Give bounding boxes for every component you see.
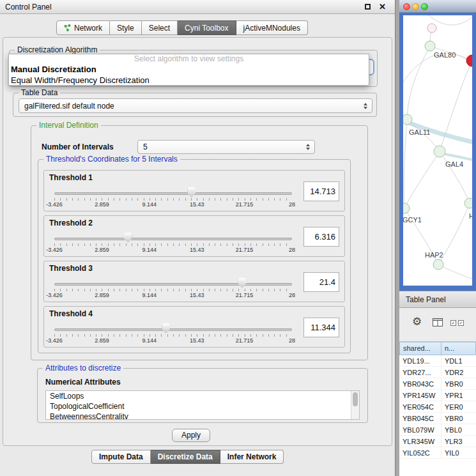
tab-style[interactable]: Style — [110, 20, 142, 35]
table-cell: YER0 — [441, 401, 476, 412]
window-close-button[interactable] — [403, 3, 410, 10]
slider-scale: -3.4262.8599.14415.4321.71528 — [54, 337, 292, 345]
table-row[interactable]: YBR045CYBR0 — [399, 413, 476, 424]
tab-label: Discretize Data — [158, 452, 213, 461]
table-data-group: Table Data galFiltered.sif default node — [13, 93, 377, 117]
threshold-3-panel: Threshold 3 -3.4262.8599.14415.4321.7152… — [43, 261, 345, 302]
restore-icon[interactable] — [365, 4, 371, 10]
group-title: Threshold's Coordinates for 5 Intervals — [43, 155, 180, 164]
screen: Control Panel ✕ Network Style Select Cyn… — [0, 0, 476, 476]
attribute-list-item[interactable]: SelfLoops — [46, 391, 359, 401]
threshold-3-slider[interactable]: -3.4262.8599.14415.4321.71528 — [54, 278, 292, 301]
window-minimize-button[interactable] — [412, 3, 419, 10]
table-cell: YER054C — [399, 401, 441, 412]
tab-jactivemnodules[interactable]: jActiveMNodules — [236, 20, 308, 35]
node-label: HAP2 — [425, 251, 443, 259]
table-row[interactable]: YBL079WYBL0 — [399, 424, 476, 436]
bottom-tab-bar: Impute Data Discretize Data Infer Networ… — [91, 450, 284, 464]
threshold-2-panel: Threshold 2 -3.4262.8599.14415.4321.7152… — [43, 215, 345, 257]
close-icon[interactable]: ✕ — [379, 2, 386, 12]
slider-ticks — [54, 334, 292, 337]
network-node[interactable] — [427, 24, 436, 33]
table-panel-title: Table Panel — [399, 291, 476, 308]
group-title: Interval Definition — [36, 121, 101, 130]
table-cell: YDR27... — [399, 367, 441, 378]
slider-thumb[interactable] — [124, 233, 132, 243]
tab-select[interactable]: Select — [142, 20, 178, 35]
select-columns-icon[interactable]: ✓ ✓ — [450, 320, 464, 326]
table-cell: YPR145W — [399, 390, 441, 401]
table-cell: YBR0 — [441, 378, 476, 389]
network-node-selected[interactable] — [466, 55, 472, 66]
table-row[interactable]: YIL052CYIL0 — [399, 447, 476, 459]
slider-thumb[interactable] — [162, 323, 170, 334]
group-title: Attributes to discretize — [43, 364, 123, 372]
slider-scale: -3.4262.8599.14415.4321.71528 — [54, 201, 292, 209]
list-scrollbar[interactable] — [351, 391, 359, 419]
threshold-4-value-field[interactable]: 11.344 — [303, 318, 339, 337]
group-title: Discretization Algorithm — [15, 45, 100, 54]
threshold-4-slider[interactable]: -3.4262.8599.14415.4321.71528 — [54, 323, 292, 346]
dropdown-option-equal-width[interactable]: Equal Width/Frequency Discretization — [9, 75, 369, 86]
table-row[interactable]: YER054CYER0 — [399, 401, 476, 413]
table-toolbar: ⚙ ✓ ✓ — [399, 308, 476, 342]
table-row[interactable]: YPR145WYPR1 — [399, 390, 476, 401]
column-header-shared[interactable]: shared... — [399, 342, 441, 355]
tab-network[interactable]: Network — [56, 20, 110, 35]
tab-discretize-data[interactable]: Discretize Data — [151, 450, 220, 464]
slider-scale: -3.4262.8599.14415.4321.71528 — [54, 292, 292, 300]
network-view-titlebar — [399, 0, 476, 13]
threshold-2-value-field[interactable]: 6.316 — [303, 227, 339, 247]
table-row[interactable]: YDL19...YDL1 — [399, 355, 476, 367]
table-cell: YPR1 — [441, 390, 476, 401]
slider-thumb[interactable] — [238, 278, 246, 288]
network-node-gal4[interactable] — [434, 146, 445, 157]
dropdown-option-manual-discretization[interactable]: Manual Discretization — [9, 64, 369, 75]
table-row[interactable]: YBR043CYBR0 — [399, 378, 476, 390]
node-label: GAL80 — [434, 51, 456, 59]
network-node[interactable] — [464, 198, 472, 208]
scrollbar-thumb[interactable] — [353, 392, 358, 406]
combo-arrows-icon — [305, 144, 311, 150]
network-canvas[interactable]: GAL80 GAL11 GAL4 GCY1 HAP2 H — [403, 15, 472, 286]
tab-label: Cyni Toolbox — [185, 24, 228, 33]
tab-label: Style — [117, 24, 134, 33]
network-node-gal11[interactable] — [403, 114, 412, 125]
table-cell: YBR0 — [441, 413, 476, 424]
numerical-attributes-label: Numerical Attributes — [45, 378, 121, 387]
threshold-label: Threshold 2 — [49, 219, 93, 227]
network-node-gcy1[interactable] — [403, 203, 410, 213]
attribute-list-item[interactable]: BetweennessCentrality — [46, 411, 359, 420]
tab-label: Select — [149, 24, 170, 33]
window-zoom-button[interactable] — [421, 3, 428, 10]
tab-label: jActiveMNodules — [243, 24, 300, 33]
table-data-combobox[interactable]: galFiltered.sif default node — [19, 98, 372, 113]
threshold-2-slider[interactable]: -3.4262.8599.14415.4321.71528 — [54, 233, 292, 256]
number-of-intervals-label: Number of Intervals — [42, 142, 114, 151]
tab-cyni-toolbox[interactable]: Cyni Toolbox — [178, 20, 236, 35]
table-cell: YBL0 — [441, 424, 476, 435]
columns-icon[interactable] — [433, 318, 443, 326]
threshold-3-value-field[interactable]: 21.4 — [303, 272, 339, 292]
numerical-attributes-list[interactable]: SelfLoopsTopologicalCoefficientBetweenne… — [45, 390, 360, 420]
threshold-1-value-field[interactable]: 14.713 — [303, 181, 339, 201]
threshold-label: Threshold 1 — [49, 173, 93, 182]
attribute-list-item[interactable]: TopologicalCoefficient — [46, 401, 359, 411]
slider-thumb[interactable] — [187, 187, 196, 197]
network-view-window: GAL80 GAL11 GAL4 GCY1 HAP2 H — [399, 0, 476, 291]
table-row[interactable]: YLR345WYLR3 — [399, 436, 476, 447]
number-of-intervals-combobox[interactable]: 5 — [137, 140, 315, 154]
table-cell: YDL1 — [441, 355, 476, 366]
dropdown-placeholder: Select algorithm to view settings — [9, 54, 369, 64]
threshold-1-slider[interactable]: -3.4262.8599.14415.4321.71528 — [54, 187, 292, 210]
gear-icon[interactable]: ⚙ — [412, 316, 422, 327]
tab-impute-data[interactable]: Impute Data — [91, 450, 151, 464]
algorithm-dropdown-popup: Select algorithm to view settings Manual… — [8, 54, 369, 86]
tab-infer-network[interactable]: Infer Network — [220, 450, 284, 464]
table-row[interactable]: YDR27...YDR2 — [399, 367, 476, 378]
threshold-4-panel: Threshold 4 -3.4262.8599.14415.4321.7152… — [43, 306, 345, 348]
apply-button[interactable]: Apply — [172, 429, 210, 442]
column-header-name[interactable]: n... — [441, 342, 476, 355]
network-node-gal80[interactable] — [425, 41, 435, 51]
network-node-hap2[interactable] — [433, 259, 443, 270]
